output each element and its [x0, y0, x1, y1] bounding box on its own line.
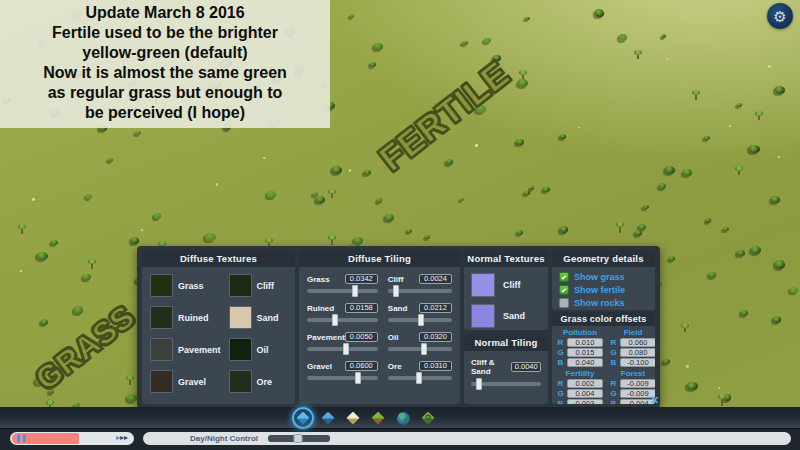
- tiling-value-field[interactable]: 0.0320: [419, 332, 452, 342]
- flower-dot: [349, 169, 351, 171]
- texture-swatch-cliff[interactable]: [229, 274, 252, 297]
- tiling-slider[interactable]: [388, 376, 452, 380]
- note-line: Now it is almost the same green: [6, 63, 324, 83]
- channel-label: G: [610, 348, 617, 357]
- texture-cell: Ore: [229, 370, 287, 393]
- tree: [704, 136, 710, 140]
- texture-label: Grass: [178, 281, 204, 291]
- texture-swatch-gravel[interactable]: [150, 370, 173, 393]
- offset-input-g[interactable]: 0.015: [567, 348, 603, 357]
- tiling-slider[interactable]: [388, 289, 452, 293]
- tiling-slider[interactable]: [307, 347, 378, 351]
- tiling-value-field[interactable]: 0.0024: [419, 274, 452, 284]
- water-tool-button[interactable]: [292, 408, 314, 428]
- offset-group-title: Fertility: [557, 369, 603, 378]
- offset-input-r[interactable]: 0.060: [620, 338, 655, 347]
- normal-swatch-sand[interactable]: [471, 304, 495, 328]
- texture-swatch-sand[interactable]: [229, 306, 252, 329]
- tree: [524, 191, 530, 196]
- texture-swatch-ruined[interactable]: [150, 306, 173, 329]
- day-night-slider[interactable]: [268, 435, 330, 442]
- offset-input-r[interactable]: 0.010: [567, 338, 603, 347]
- panel-normal-textures: Normal Textures Cliff Sand: [464, 250, 548, 330]
- slider-thumb[interactable]: [418, 314, 424, 326]
- texture-swatch-pavement[interactable]: [150, 338, 173, 361]
- day-night-control: Day/Night Control: [143, 432, 791, 445]
- palm-tree: [758, 114, 760, 120]
- slider-thumb[interactable]: [352, 285, 358, 297]
- sea-tool-button[interactable]: [317, 408, 339, 428]
- tiling-slider[interactable]: [471, 382, 541, 386]
- texture-cell: Pavement: [150, 338, 221, 361]
- texture-swatch-ore[interactable]: [229, 370, 252, 393]
- offset-input-r[interactable]: -0.009: [620, 379, 655, 388]
- world-tool-button[interactable]: [392, 408, 414, 428]
- slider-thumb[interactable]: [421, 343, 427, 355]
- offset-input-g[interactable]: 0.004: [567, 389, 603, 398]
- texture-label: Cliff: [257, 281, 275, 291]
- environment-tool-button[interactable]: ⚙: [417, 408, 439, 428]
- tiling-slider[interactable]: [307, 289, 378, 293]
- texture-swatch-oil[interactable]: [229, 338, 252, 361]
- texture-cell: Cliff: [229, 274, 287, 297]
- tree: [86, 194, 93, 199]
- tiling-value-field[interactable]: 0.0040: [511, 362, 541, 372]
- tree: [154, 213, 161, 219]
- environment-diamond-icon: ⚙: [422, 412, 435, 425]
- checkbox-label: Show fertile: [574, 285, 625, 295]
- settings-button[interactable]: ⚙: [767, 3, 793, 29]
- channel-label: B: [557, 399, 564, 404]
- offset-input-r[interactable]: 0.002: [567, 379, 603, 388]
- close-panel-button[interactable]: ✕: [650, 394, 659, 407]
- slider-thumb[interactable]: [343, 343, 349, 355]
- tree: [595, 9, 605, 17]
- slider-thumb[interactable]: [416, 372, 422, 384]
- texture-swatch-grass[interactable]: [150, 274, 173, 297]
- tree: [775, 260, 785, 268]
- tiling-slider[interactable]: [307, 376, 378, 380]
- check-icon: ✔: [561, 287, 567, 294]
- offset-input-g[interactable]: 0.080: [620, 348, 655, 357]
- slider-thumb[interactable]: [476, 378, 482, 390]
- tiling-value-field[interactable]: 0.0212: [419, 303, 452, 313]
- offset-input-b[interactable]: 0.040: [567, 358, 603, 367]
- checkbox-show-rocks[interactable]: ✔: [559, 298, 569, 308]
- normal-swatch-cliff[interactable]: [471, 273, 495, 297]
- slider-thumb[interactable]: [393, 285, 399, 297]
- slider-thumb[interactable]: [355, 372, 361, 384]
- tiling-value-field[interactable]: 0.0600: [345, 361, 378, 371]
- tree: [518, 79, 528, 87]
- palm-tree: [637, 53, 639, 59]
- tree: [619, 34, 627, 40]
- channel-label: B: [557, 358, 564, 367]
- terrain-tool-button[interactable]: [367, 408, 389, 428]
- tiling-value-field[interactable]: 0.0342: [345, 274, 378, 284]
- note-line: be perceived (I hope): [6, 103, 324, 123]
- simulation-speed-control[interactable]: ❚❚ ▸▸▸: [10, 432, 134, 445]
- speed-arrows[interactable]: ▸▸▸: [116, 434, 128, 442]
- tiling-slider[interactable]: [388, 318, 452, 322]
- tree: [771, 196, 780, 203]
- slider-thumb[interactable]: [293, 434, 302, 443]
- globe-icon: [397, 412, 410, 425]
- tiling-slider[interactable]: [307, 318, 378, 322]
- slider-thumb[interactable]: [332, 314, 338, 326]
- pause-icon[interactable]: ❚❚: [15, 434, 27, 442]
- checkbox-show-fertile[interactable]: ✔: [559, 285, 569, 295]
- offset-input-b[interactable]: 0.003: [567, 399, 603, 404]
- offset-input-b[interactable]: -0.100: [620, 358, 655, 367]
- tree: [530, 186, 534, 190]
- tiling-value-field[interactable]: 0.0310: [419, 361, 452, 371]
- tiling-slider[interactable]: [388, 347, 452, 351]
- checkbox-show-grass[interactable]: ✔: [559, 272, 569, 282]
- texture-cell: Ruined: [150, 306, 221, 329]
- flower-dot: [216, 183, 218, 185]
- tiling-value-field[interactable]: 0.0158: [345, 303, 378, 313]
- checkbox-label: Show grass: [574, 272, 625, 282]
- texture-label: Oil: [257, 345, 269, 355]
- sand-tool-button[interactable]: [342, 408, 364, 428]
- tree: [741, 310, 748, 316]
- speed-arrow-icon[interactable]: ▸: [124, 433, 128, 442]
- tree: [560, 134, 566, 139]
- tiling-value-field[interactable]: 0.0050: [345, 332, 378, 342]
